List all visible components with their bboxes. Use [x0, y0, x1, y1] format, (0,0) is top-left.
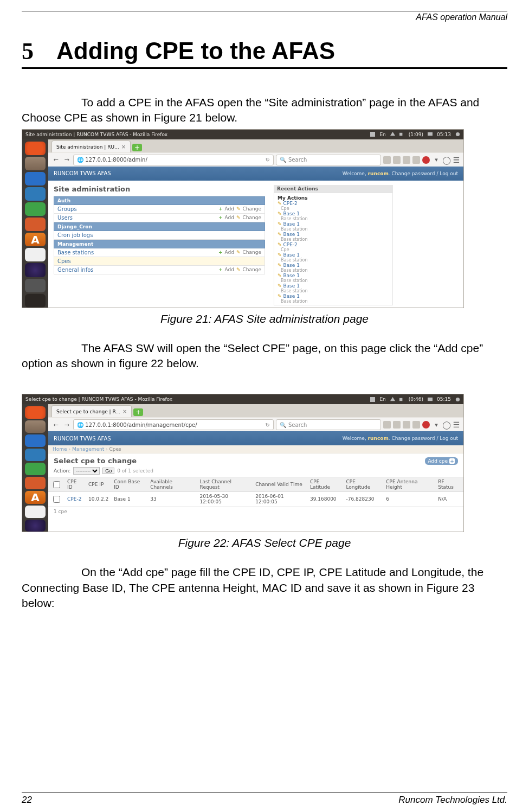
adblock-icon[interactable]: [422, 156, 430, 164]
loop-icon[interactable]: ◯: [443, 156, 450, 164]
col-lon[interactable]: CPE Longitude: [343, 477, 383, 492]
app-header-cron[interactable]: Django_Cron: [54, 222, 265, 231]
loop-icon[interactable]: ◯: [443, 421, 450, 429]
home-icon[interactable]: [393, 421, 401, 429]
change-link[interactable]: Change: [243, 215, 261, 220]
impress-icon[interactable]: [25, 218, 46, 231]
recent-item[interactable]: CPE-2: [283, 201, 297, 206]
hamburger-icon[interactable]: ☰: [453, 421, 460, 429]
bookmarks-icon[interactable]: [403, 156, 410, 164]
col-avail-ch[interactable]: Available Channels: [147, 477, 197, 492]
back-button[interactable]: ←: [51, 156, 60, 164]
amazon-icon[interactable]: [25, 248, 46, 261]
recent-item[interactable]: Base 1: [283, 263, 300, 268]
downloads-icon[interactable]: [383, 156, 391, 164]
edit-icon[interactable]: ✎: [236, 267, 241, 272]
col-valid-time[interactable]: Channel Valid Time: [253, 477, 307, 492]
model-generalinfos[interactable]: General infos +Add ✎Change: [54, 266, 265, 274]
bookmarks-icon[interactable]: [403, 421, 410, 429]
edit-icon[interactable]: ✎: [236, 215, 241, 220]
col-ant-height[interactable]: CPE Antenna Height: [383, 477, 435, 492]
header-links[interactable]: Change password / Log out: [392, 171, 458, 176]
dash-icon[interactable]: [25, 142, 46, 155]
home-icon[interactable]: [393, 156, 401, 164]
change-link[interactable]: Change: [243, 267, 261, 272]
amazon-icon[interactable]: [25, 506, 46, 518]
files-icon[interactable]: [25, 420, 46, 433]
eclipse-icon[interactable]: [25, 520, 46, 532]
downloads-icon[interactable]: [383, 421, 391, 429]
edit-icon[interactable]: ✎: [236, 250, 241, 255]
forward-button[interactable]: →: [62, 420, 71, 429]
forward-button[interactable]: →: [62, 156, 71, 164]
model-cronjoblogs[interactable]: Cron job logs: [54, 231, 265, 240]
add-icon[interactable]: +: [218, 267, 223, 272]
writer-icon[interactable]: [25, 449, 46, 461]
edit-icon[interactable]: ✎: [236, 206, 241, 212]
breadcrumb-home[interactable]: Home: [53, 446, 67, 452]
recent-item[interactable]: Base 1: [283, 232, 300, 237]
adblock-icon[interactable]: [422, 421, 430, 429]
address-bar[interactable]: 🌐 127.0.0.1:8000/admin/management/cpe/ ↻: [73, 419, 274, 430]
new-tab-button[interactable]: +: [132, 144, 142, 151]
col-last-req[interactable]: Last Channel Request: [197, 477, 253, 492]
add-icon[interactable]: +: [218, 250, 223, 255]
address-bar[interactable]: 🌐 127.0.0.1:8000/admin/ ↻: [73, 155, 274, 165]
refresh-icon[interactable]: ↻: [266, 422, 270, 428]
model-groups[interactable]: Groups +Add ✎Change: [54, 205, 265, 214]
hamburger-icon[interactable]: ☰: [453, 156, 460, 164]
model-users[interactable]: Users +Add ✎Change: [54, 214, 265, 222]
eclipse-icon[interactable]: [25, 263, 46, 277]
cell-cpe-id[interactable]: CPE-2: [64, 492, 86, 507]
recent-item[interactable]: Base 1: [283, 221, 300, 227]
firefox-icon[interactable]: [25, 434, 46, 447]
pocket-icon[interactable]: [412, 156, 420, 164]
chevron-down-icon[interactable]: ▾: [432, 420, 441, 429]
impress-icon[interactable]: [25, 477, 46, 489]
firefox-icon[interactable]: [25, 172, 46, 186]
recent-item[interactable]: Base 1: [283, 252, 300, 258]
add-link[interactable]: Add: [225, 250, 234, 255]
close-icon[interactable]: ×: [122, 409, 127, 414]
writer-icon[interactable]: [25, 187, 46, 201]
settings-icon[interactable]: [25, 279, 46, 292]
dash-icon[interactable]: [25, 406, 46, 419]
add-icon[interactable]: +: [218, 206, 223, 212]
model-cpes-highlighted[interactable]: Cpes: [54, 257, 265, 266]
add-link[interactable]: Add: [225, 267, 234, 272]
change-link[interactable]: Change: [243, 206, 261, 212]
col-conn-base[interactable]: Conn Base ID: [111, 477, 147, 492]
breadcrumb-management[interactable]: Management: [72, 446, 104, 452]
add-link[interactable]: Add: [225, 215, 234, 220]
files-icon[interactable]: [25, 157, 46, 170]
search-box[interactable]: 🔍 Search: [276, 155, 381, 165]
new-tab-button[interactable]: +: [133, 408, 143, 416]
pocket-icon[interactable]: [412, 421, 420, 429]
table-row[interactable]: CPE-2 10.0.2.2 Base 1 33 2016-05-30 12:0…: [48, 492, 463, 507]
close-icon[interactable]: ×: [121, 144, 126, 150]
software-center-icon[interactable]: A: [25, 491, 46, 504]
software-center-icon[interactable]: A: [25, 233, 46, 246]
calc-icon[interactable]: [25, 463, 46, 475]
add-cpe-button[interactable]: Add cpe +: [425, 457, 458, 465]
recent-item[interactable]: Base 1: [283, 211, 300, 216]
action-select[interactable]: ---------: [73, 467, 100, 475]
go-button[interactable]: Go: [102, 468, 114, 474]
recent-item[interactable]: Base 1: [283, 293, 300, 299]
browser-tab-active[interactable]: Site administration | RU... ×: [51, 140, 131, 152]
add-link[interactable]: Add: [225, 206, 234, 212]
row-checkbox[interactable]: [53, 496, 60, 503]
recent-item[interactable]: CPE-2: [283, 242, 297, 247]
refresh-icon[interactable]: ↻: [266, 157, 270, 163]
app-header-auth[interactable]: Auth: [54, 196, 265, 205]
app-header-management[interactable]: Management: [54, 240, 265, 248]
recent-item[interactable]: Base 1: [283, 273, 300, 278]
col-rf-status[interactable]: RF Status: [435, 477, 463, 492]
back-button[interactable]: ←: [51, 420, 60, 429]
col-cpe-ip[interactable]: CPE IP: [86, 477, 111, 492]
chevron-down-icon[interactable]: ▾: [432, 156, 441, 164]
change-link[interactable]: Change: [243, 250, 261, 255]
recent-item[interactable]: Base 1: [283, 283, 300, 289]
col-cpe-id[interactable]: CPE ID: [64, 477, 86, 492]
browser-tab-active[interactable]: Select cpe to change | R... ×: [51, 405, 132, 417]
